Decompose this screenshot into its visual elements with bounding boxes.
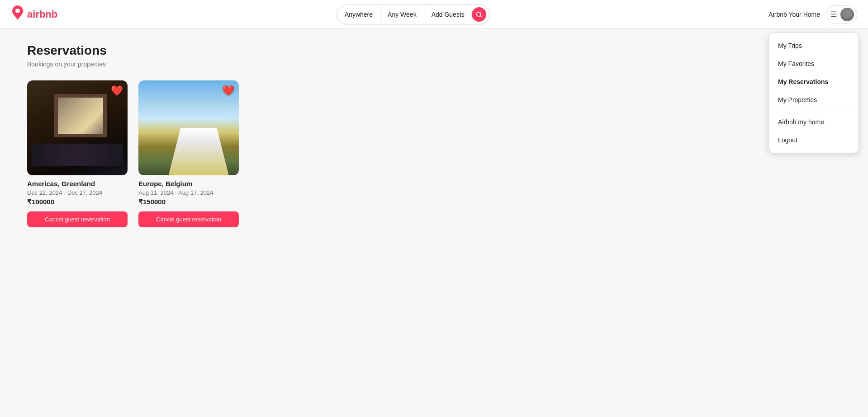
menu-item-my-favorites[interactable]: My Favorites (769, 55, 859, 73)
listing-card-2[interactable]: ❤️ Europe, Belgium Aug 11, 2024 - Aug 17… (138, 80, 239, 227)
main-content: Reservations Bookings on your properties… (0, 29, 868, 242)
user-menu-button[interactable]: ☰ (825, 5, 857, 23)
hamburger-icon: ☰ (830, 10, 837, 19)
logo-text: airbnb (27, 9, 57, 20)
page-title: Reservations (27, 43, 841, 58)
menu-item-my-trips[interactable]: My Trips (769, 37, 859, 55)
page-subtitle: Bookings on your properties (27, 61, 841, 68)
listings-grid: ❤️ Americas, Greenland Dec 22, 2024 - De… (27, 80, 841, 227)
search-anywhere[interactable]: Anywhere (337, 5, 380, 24)
svg-line-1 (480, 15, 481, 17)
dropdown-menu: My Trips My Favorites My Reservations My… (768, 33, 859, 153)
cancel-reservation-button-1[interactable]: Cancel guest reservation (27, 211, 128, 227)
logo[interactable]: airbnb (11, 5, 57, 23)
header: airbnb Anywhere Any Week Add Guests Airb… (0, 0, 868, 29)
cancel-reservation-button-2[interactable]: Cancel guest reservation (138, 211, 239, 227)
search-bar: Anywhere Any Week Add Guests (337, 5, 489, 24)
listing-image-container-2: ❤️ (138, 80, 239, 175)
listing-image-container-1: ❤️ (27, 80, 128, 175)
dropdown-divider (769, 111, 859, 111)
search-any-week[interactable]: Any Week (380, 5, 424, 24)
listing-price-1: ₹100000 (27, 198, 128, 206)
airbnb-your-home-link[interactable]: Airbnb Your Home (768, 11, 820, 18)
search-add-guests[interactable]: Add Guests (424, 5, 472, 24)
listing-price-2: ₹150000 (138, 198, 239, 206)
menu-item-logout[interactable]: Logout (769, 131, 859, 149)
search-button[interactable] (472, 7, 486, 22)
menu-item-airbnb-my-home[interactable]: Airbnb my home (769, 113, 859, 131)
listing-location-2: Europe, Belgium (138, 180, 239, 187)
menu-item-my-reservations[interactable]: My Reservations (769, 73, 859, 91)
menu-item-my-properties[interactable]: My Properties (769, 91, 859, 109)
listing-location-1: Americas, Greenland (27, 180, 128, 187)
listing-card-1[interactable]: ❤️ Americas, Greenland Dec 22, 2024 - De… (27, 80, 128, 227)
favorite-button-2[interactable]: ❤️ (222, 85, 234, 97)
listing-dates-2: Aug 11, 2024 - Aug 17, 2024 (138, 189, 239, 196)
avatar (840, 8, 854, 21)
right-nav: Airbnb Your Home ☰ (768, 5, 857, 23)
listing-dates-1: Dec 22, 2024 - Dec 27, 2024 (27, 189, 128, 196)
favorite-button-1[interactable]: ❤️ (111, 85, 123, 97)
airbnb-logo-icon (11, 5, 24, 23)
